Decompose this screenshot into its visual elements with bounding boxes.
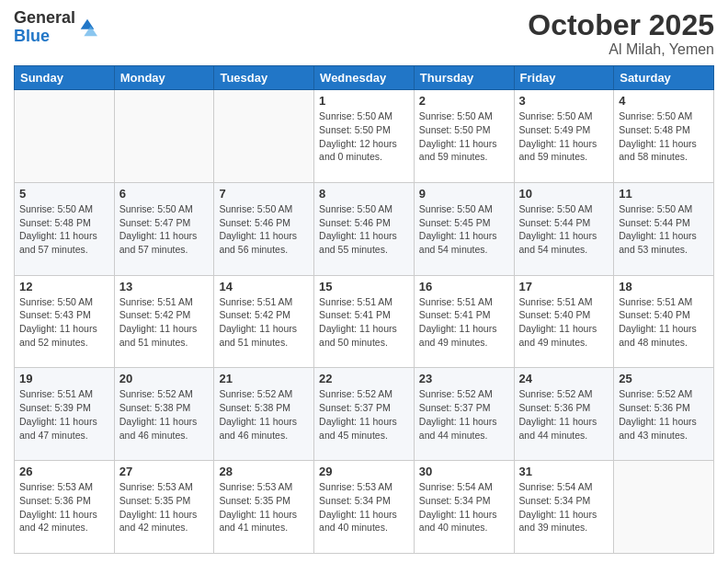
day-info: Sunrise: 5:51 AM Sunset: 5:41 PM Dayligh… bbox=[319, 295, 409, 350]
day-info: Sunrise: 5:54 AM Sunset: 5:34 PM Dayligh… bbox=[419, 480, 509, 534]
day-info: Sunrise: 5:52 AM Sunset: 5:38 PM Dayligh… bbox=[219, 387, 309, 442]
day-number: 13 bbox=[119, 280, 210, 293]
day-number: 26 bbox=[19, 465, 109, 478]
table-row: 21Sunrise: 5:52 AM Sunset: 5:38 PM Dayli… bbox=[214, 368, 314, 461]
day-number: 15 bbox=[319, 280, 409, 293]
title-section: October 2025 Al Milah, Yemen bbox=[528, 9, 714, 58]
col-thursday: Thursday bbox=[414, 66, 514, 90]
day-info: Sunrise: 5:50 AM Sunset: 5:46 PM Dayligh… bbox=[319, 202, 409, 257]
day-number: 2 bbox=[419, 94, 509, 108]
table-row: 15Sunrise: 5:51 AM Sunset: 5:41 PM Dayli… bbox=[314, 275, 415, 368]
day-info: Sunrise: 5:50 AM Sunset: 5:49 PM Dayligh… bbox=[519, 109, 609, 164]
svg-marker-0 bbox=[81, 19, 95, 29]
day-number: 31 bbox=[519, 465, 609, 478]
day-number: 14 bbox=[219, 280, 309, 293]
day-info: Sunrise: 5:52 AM Sunset: 5:37 PM Dayligh… bbox=[319, 387, 409, 442]
col-wednesday: Wednesday bbox=[314, 66, 415, 90]
table-row: 19Sunrise: 5:51 AM Sunset: 5:39 PM Dayli… bbox=[15, 368, 115, 461]
table-row: 3Sunrise: 5:50 AM Sunset: 5:49 PM Daylig… bbox=[514, 90, 614, 183]
day-info: Sunrise: 5:53 AM Sunset: 5:34 PM Dayligh… bbox=[319, 480, 409, 534]
table-row: 10Sunrise: 5:50 AM Sunset: 5:44 PM Dayli… bbox=[514, 182, 614, 275]
calendar-header-row: Sunday Monday Tuesday Wednesday Thursday… bbox=[15, 66, 714, 90]
day-info: Sunrise: 5:51 AM Sunset: 5:42 PM Dayligh… bbox=[119, 295, 210, 350]
day-info: Sunrise: 5:52 AM Sunset: 5:38 PM Dayligh… bbox=[119, 387, 210, 442]
calendar-week-row: 12Sunrise: 5:50 AM Sunset: 5:43 PM Dayli… bbox=[15, 275, 714, 368]
table-row: 6Sunrise: 5:50 AM Sunset: 5:47 PM Daylig… bbox=[114, 182, 214, 275]
day-number: 30 bbox=[419, 465, 509, 478]
day-number: 18 bbox=[619, 280, 709, 293]
day-number: 29 bbox=[319, 465, 409, 478]
day-number: 11 bbox=[619, 187, 709, 201]
day-number: 6 bbox=[119, 187, 210, 201]
table-row bbox=[614, 461, 714, 554]
day-number: 27 bbox=[119, 465, 210, 478]
day-info: Sunrise: 5:50 AM Sunset: 5:44 PM Dayligh… bbox=[619, 202, 709, 257]
header: General Blue October 2025 Al Milah, Yeme… bbox=[14, 9, 714, 58]
day-info: Sunrise: 5:54 AM Sunset: 5:34 PM Dayligh… bbox=[519, 480, 609, 534]
table-row: 9Sunrise: 5:50 AM Sunset: 5:45 PM Daylig… bbox=[414, 182, 514, 275]
table-row: 28Sunrise: 5:53 AM Sunset: 5:35 PM Dayli… bbox=[214, 461, 314, 554]
day-info: Sunrise: 5:51 AM Sunset: 5:40 PM Dayligh… bbox=[519, 295, 609, 350]
col-tuesday: Tuesday bbox=[214, 66, 314, 90]
day-info: Sunrise: 5:51 AM Sunset: 5:42 PM Dayligh… bbox=[219, 295, 309, 350]
table-row: 18Sunrise: 5:51 AM Sunset: 5:40 PM Dayli… bbox=[614, 275, 714, 368]
day-info: Sunrise: 5:50 AM Sunset: 5:44 PM Dayligh… bbox=[519, 202, 609, 257]
day-number: 3 bbox=[519, 94, 609, 108]
day-info: Sunrise: 5:50 AM Sunset: 5:48 PM Dayligh… bbox=[19, 202, 109, 257]
table-row bbox=[114, 90, 214, 183]
table-row: 23Sunrise: 5:52 AM Sunset: 5:37 PM Dayli… bbox=[414, 368, 514, 461]
table-row bbox=[214, 90, 314, 183]
day-info: Sunrise: 5:52 AM Sunset: 5:36 PM Dayligh… bbox=[519, 387, 609, 442]
logo: General Blue bbox=[14, 9, 97, 46]
col-saturday: Saturday bbox=[614, 66, 714, 90]
day-info: Sunrise: 5:50 AM Sunset: 5:50 PM Dayligh… bbox=[419, 109, 509, 164]
table-row: 5Sunrise: 5:50 AM Sunset: 5:48 PM Daylig… bbox=[15, 182, 115, 275]
table-row: 8Sunrise: 5:50 AM Sunset: 5:46 PM Daylig… bbox=[314, 182, 415, 275]
table-row: 22Sunrise: 5:52 AM Sunset: 5:37 PM Dayli… bbox=[314, 368, 415, 461]
table-row: 30Sunrise: 5:54 AM Sunset: 5:34 PM Dayli… bbox=[414, 461, 514, 554]
logo-blue: Blue bbox=[14, 28, 75, 46]
day-number: 23 bbox=[419, 372, 509, 385]
table-row: 31Sunrise: 5:54 AM Sunset: 5:34 PM Dayli… bbox=[514, 461, 614, 554]
day-number: 21 bbox=[219, 372, 309, 385]
day-info: Sunrise: 5:51 AM Sunset: 5:41 PM Dayligh… bbox=[419, 295, 509, 350]
page: General Blue October 2025 Al Milah, Yeme… bbox=[0, 0, 728, 563]
day-info: Sunrise: 5:53 AM Sunset: 5:35 PM Dayligh… bbox=[219, 480, 309, 534]
day-info: Sunrise: 5:51 AM Sunset: 5:39 PM Dayligh… bbox=[19, 387, 109, 442]
table-row: 27Sunrise: 5:53 AM Sunset: 5:35 PM Dayli… bbox=[114, 461, 214, 554]
table-row: 17Sunrise: 5:51 AM Sunset: 5:40 PM Dayli… bbox=[514, 275, 614, 368]
day-info: Sunrise: 5:50 AM Sunset: 5:47 PM Dayligh… bbox=[119, 202, 210, 257]
table-row: 11Sunrise: 5:50 AM Sunset: 5:44 PM Dayli… bbox=[614, 182, 714, 275]
day-info: Sunrise: 5:53 AM Sunset: 5:35 PM Dayligh… bbox=[119, 480, 210, 534]
day-number: 25 bbox=[619, 372, 709, 385]
day-number: 16 bbox=[419, 280, 509, 293]
table-row: 1Sunrise: 5:50 AM Sunset: 5:50 PM Daylig… bbox=[314, 90, 415, 183]
day-info: Sunrise: 5:52 AM Sunset: 5:37 PM Dayligh… bbox=[419, 387, 509, 442]
day-number: 7 bbox=[219, 187, 309, 201]
col-sunday: Sunday bbox=[15, 66, 115, 90]
table-row: 14Sunrise: 5:51 AM Sunset: 5:42 PM Dayli… bbox=[214, 275, 314, 368]
table-row: 25Sunrise: 5:52 AM Sunset: 5:36 PM Dayli… bbox=[614, 368, 714, 461]
table-row: 4Sunrise: 5:50 AM Sunset: 5:48 PM Daylig… bbox=[614, 90, 714, 183]
col-monday: Monday bbox=[114, 66, 214, 90]
day-number: 19 bbox=[19, 372, 109, 385]
location: Al Milah, Yemen bbox=[528, 41, 714, 58]
day-number: 5 bbox=[19, 187, 109, 201]
day-number: 10 bbox=[519, 187, 609, 201]
col-friday: Friday bbox=[514, 66, 614, 90]
day-info: Sunrise: 5:50 AM Sunset: 5:48 PM Dayligh… bbox=[619, 109, 709, 164]
calendar-table: Sunday Monday Tuesday Wednesday Thursday… bbox=[14, 65, 714, 554]
table-row bbox=[15, 90, 115, 183]
table-row: 16Sunrise: 5:51 AM Sunset: 5:41 PM Dayli… bbox=[414, 275, 514, 368]
day-info: Sunrise: 5:52 AM Sunset: 5:36 PM Dayligh… bbox=[619, 387, 709, 442]
day-info: Sunrise: 5:53 AM Sunset: 5:36 PM Dayligh… bbox=[19, 480, 109, 534]
day-number: 9 bbox=[419, 187, 509, 201]
logo-general: General bbox=[14, 9, 75, 28]
calendar-week-row: 1Sunrise: 5:50 AM Sunset: 5:50 PM Daylig… bbox=[15, 90, 714, 183]
day-info: Sunrise: 5:50 AM Sunset: 5:43 PM Dayligh… bbox=[19, 295, 109, 350]
table-row: 24Sunrise: 5:52 AM Sunset: 5:36 PM Dayli… bbox=[514, 368, 614, 461]
table-row: 13Sunrise: 5:51 AM Sunset: 5:42 PM Dayli… bbox=[114, 275, 214, 368]
calendar-week-row: 19Sunrise: 5:51 AM Sunset: 5:39 PM Dayli… bbox=[15, 368, 714, 461]
month-title: October 2025 bbox=[528, 9, 714, 41]
day-number: 8 bbox=[319, 187, 409, 201]
